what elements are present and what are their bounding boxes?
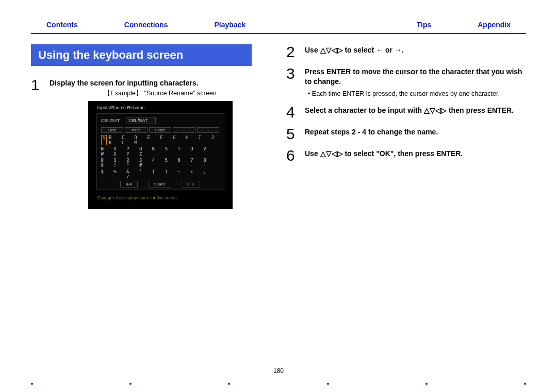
step-6-number: 6	[286, 148, 305, 163]
step-2-text: Use △▽◁▷ to select ← or →.	[305, 45, 526, 55]
step-3-text: Press ENTER to move the cursor to the ch…	[305, 67, 526, 87]
step-4-text: Select a character to be input with △▽◁▷…	[305, 106, 526, 115]
footer-dot	[425, 383, 428, 385]
footer-dot	[228, 383, 230, 385]
step-3-number: 3	[286, 66, 305, 81]
step-1-number: 1	[31, 77, 50, 93]
shot-kb-highlight: A	[101, 135, 107, 145]
shot-kb-row4: $ % & ' ( ) ⋆ + , - . /	[101, 169, 220, 179]
shot-title: Inputs/Source Rename	[88, 104, 233, 113]
footer-dot	[129, 383, 132, 385]
nav-connections[interactable]: Connections	[124, 21, 168, 29]
nav-contents[interactable]: Contents	[46, 21, 78, 29]
shot-btn-case: a/A	[120, 181, 138, 188]
shot-btn-left: ←	[173, 127, 195, 133]
shot-btn-clear: Clear	[101, 127, 124, 133]
step-5-text: Repeat steps 2 - 4 to change the name.	[305, 127, 526, 137]
shot-btn-right: →	[197, 127, 220, 133]
shot-field-label: CBL/SAT	[101, 118, 120, 123]
right-column: 2 Use △▽◁▷ to select ← or →. 3 Press ENT…	[286, 44, 526, 215]
shot-kb-row2: N O P Q R S T U V W X Y Z	[101, 146, 220, 157]
nav-divider	[31, 33, 526, 34]
example-screenshot: Inputs/Source Rename CBL/SAT CBL/SAT Cle…	[88, 101, 233, 209]
shot-field-value: CBL/SAT	[126, 117, 156, 124]
nav-appendix[interactable]: Appendix	[478, 21, 511, 29]
shot-kb-row3: 0 1 2 3 4 5 6 7 8 9 ! " #	[101, 158, 220, 168]
top-nav: Contents Connections Playback Tips Appen…	[0, 0, 557, 33]
shot-footer-text: Changes the display name for this source	[88, 190, 233, 200]
shot-btn-delete: Delete	[149, 127, 172, 133]
page-number: 180	[0, 367, 557, 374]
shot-btn-space: Space	[148, 181, 171, 188]
shot-btn-ok: O K	[182, 181, 200, 188]
example-label: 【Example】 "Source Rename" screen	[50, 89, 271, 98]
footer-dot	[524, 383, 526, 385]
step-1-text: Display the screen for inputting charact…	[50, 78, 271, 88]
footer-dot	[31, 383, 33, 385]
step-3-bullet: Each time ENTER is pressed, the cursor m…	[314, 90, 526, 98]
step-5-number: 5	[286, 126, 305, 142]
footer-markers	[31, 383, 526, 385]
shot-kb-row1: B C D E F G H I J K L M	[109, 135, 220, 145]
nav-tips[interactable]: Tips	[417, 21, 432, 29]
nav-playback[interactable]: Playback	[214, 21, 245, 29]
shot-btn-insert: Insert	[125, 127, 148, 133]
left-column: Using the keyboard screen 1 Display the …	[31, 44, 271, 215]
step-4-number: 4	[286, 105, 305, 120]
section-header: Using the keyboard screen	[31, 44, 252, 66]
step-6-text: Use △▽◁▷ to select "OK", then press ENTE…	[305, 149, 526, 159]
shot-button-row: Clear Insert Delete ← →	[101, 127, 220, 133]
step-2-number: 2	[286, 44, 305, 60]
footer-dot	[327, 383, 329, 385]
